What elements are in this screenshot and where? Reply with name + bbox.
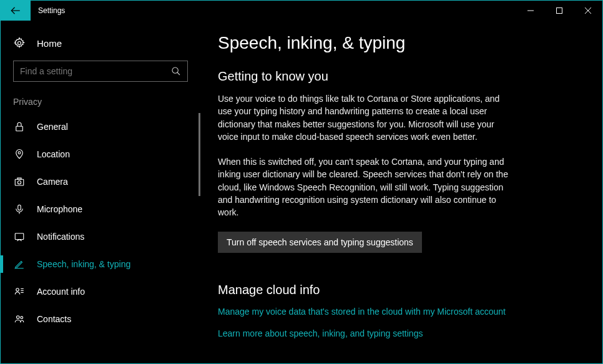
nav-item-label: Camera xyxy=(37,177,68,187)
svg-rect-13 xyxy=(18,205,21,210)
lock-icon xyxy=(13,121,26,132)
home-button[interactable]: Home xyxy=(1,31,200,56)
nav-item-label: Location xyxy=(37,149,70,159)
section1-paragraph2: When this is switched off, you can't spe… xyxy=(218,155,511,219)
nav-item-general[interactable]: General xyxy=(1,113,200,140)
maximize-button[interactable] xyxy=(545,1,574,21)
svg-point-5 xyxy=(18,42,21,45)
nav-item-label: Contacts xyxy=(37,314,71,324)
pen-icon xyxy=(13,258,26,270)
search-container xyxy=(1,56,200,93)
nav-item-label: Speech, inking, & typing xyxy=(37,259,130,269)
svg-point-17 xyxy=(16,288,19,292)
svg-point-22 xyxy=(21,317,23,319)
search-box[interactable] xyxy=(13,61,188,82)
nav-item-location[interactable]: Location xyxy=(1,140,200,168)
camera-icon xyxy=(13,176,26,187)
nav-item-microphone[interactable]: Microphone xyxy=(1,195,200,223)
nav-item-label: General xyxy=(37,122,68,132)
svg-point-11 xyxy=(17,181,21,184)
svg-rect-12 xyxy=(17,178,21,179)
title-bar: Settings xyxy=(1,1,602,21)
group-header-privacy: Privacy xyxy=(1,93,200,113)
nav-list: General Location xyxy=(1,113,200,363)
svg-rect-2 xyxy=(557,8,562,14)
location-icon xyxy=(13,149,26,160)
notifications-icon xyxy=(13,231,26,242)
nav-item-account-info[interactable]: Account info xyxy=(1,278,200,305)
nav-item-notifications[interactable]: Notifications xyxy=(1,223,200,250)
link-manage-voice-data[interactable]: Manage my voice data that's stored in th… xyxy=(218,306,511,318)
nav-item-contacts[interactable]: Contacts xyxy=(1,305,200,333)
link-learn-more-speech[interactable]: Learn more about speech, inking, and typ… xyxy=(218,328,423,338)
home-label: Home xyxy=(37,38,62,49)
turn-off-speech-button[interactable]: Turn off speech services and typing sugg… xyxy=(218,232,422,253)
nav-item-camera[interactable]: Camera xyxy=(1,168,200,195)
settings-window: Settings Home xyxy=(0,0,603,364)
nav-item-label: Account info xyxy=(37,287,85,297)
svg-point-21 xyxy=(17,316,20,319)
svg-point-6 xyxy=(172,67,178,73)
nav-item-label: Notifications xyxy=(37,232,84,242)
account-info-icon xyxy=(13,286,26,297)
body: Home Privacy xyxy=(1,21,602,363)
svg-line-7 xyxy=(177,72,180,75)
content-pane: Speech, inking, & typing Getting to know… xyxy=(200,21,602,363)
contacts-icon xyxy=(13,313,26,325)
svg-point-9 xyxy=(18,152,21,154)
section1-paragraph1: Use your voice to do things like talk to… xyxy=(218,92,511,143)
search-icon xyxy=(171,66,181,76)
nav-item-label: Microphone xyxy=(37,204,82,214)
window-caption-buttons xyxy=(516,1,602,21)
section-heading-manage-cloud-info: Manage cloud info xyxy=(218,283,580,297)
sidebar-scrollbar[interactable] xyxy=(199,113,200,196)
minimize-button[interactable] xyxy=(516,1,545,21)
app-title: Settings xyxy=(31,1,516,21)
microphone-icon xyxy=(13,204,26,215)
svg-rect-8 xyxy=(16,126,23,131)
svg-rect-10 xyxy=(15,179,24,185)
gear-icon xyxy=(13,37,26,49)
search-input[interactable] xyxy=(20,66,171,76)
page-title: Speech, inking, & typing xyxy=(218,33,580,53)
nav-item-speech-inking-typing[interactable]: Speech, inking, & typing xyxy=(1,250,200,278)
sidebar: Home Privacy xyxy=(1,21,200,363)
section-heading-getting-to-know-you: Getting to know you xyxy=(218,69,580,84)
close-button[interactable] xyxy=(574,1,602,21)
back-button[interactable] xyxy=(1,1,31,21)
svg-rect-15 xyxy=(15,234,24,240)
